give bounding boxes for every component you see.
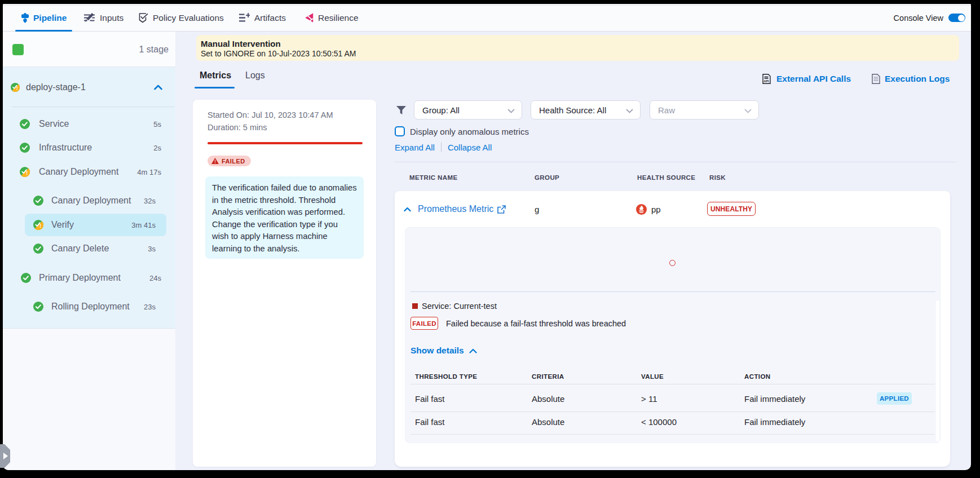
- svg-text:API: API: [763, 79, 769, 83]
